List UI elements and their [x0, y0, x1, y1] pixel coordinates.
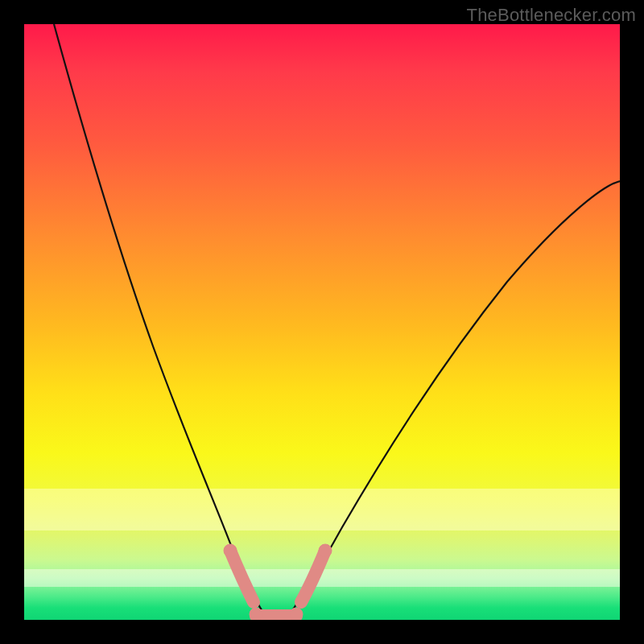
marker-left-segment	[230, 551, 254, 602]
right-curve	[287, 181, 620, 618]
marker-right-segment	[301, 551, 325, 602]
chart-container: TheBottlenecker.com	[0, 0, 644, 644]
marker-dot-right-bot	[290, 608, 303, 620]
left-curve	[54, 24, 267, 618]
marker-dot-left-top	[224, 544, 237, 557]
plot-area	[24, 24, 620, 620]
marker-dot-right-top	[319, 544, 332, 557]
watermark-text: TheBottlenecker.com	[467, 5, 636, 26]
marker-dot-left-bot	[250, 608, 262, 620]
curve-layer	[24, 24, 620, 620]
